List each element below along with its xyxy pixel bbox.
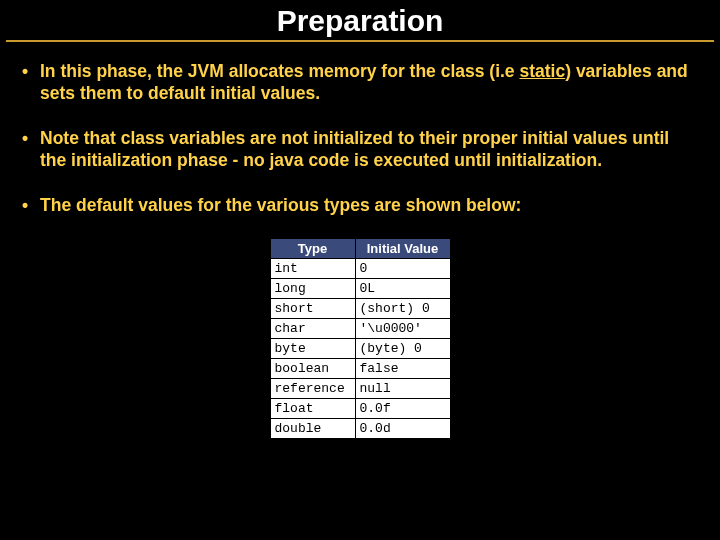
table-header-value: Initial Value bbox=[355, 238, 450, 258]
slide: Preparation In this phase, the JVM alloc… bbox=[0, 0, 720, 540]
table-row: int0 bbox=[270, 258, 450, 278]
bullet-item: In this phase, the JVM allocates memory … bbox=[22, 60, 698, 105]
cell-value: (byte) 0 bbox=[355, 338, 450, 358]
slide-title: Preparation bbox=[273, 4, 448, 40]
table-row: float0.0f bbox=[270, 398, 450, 418]
bullet-item: Note that class variables are not initia… bbox=[22, 127, 698, 172]
cell-value: 0.0d bbox=[355, 418, 450, 438]
table-row: byte(byte) 0 bbox=[270, 338, 450, 358]
cell-type: boolean bbox=[270, 358, 355, 378]
table-row: booleanfalse bbox=[270, 358, 450, 378]
table-row: char'\u0000' bbox=[270, 318, 450, 338]
bullet-list: In this phase, the JVM allocates memory … bbox=[0, 60, 720, 216]
table-row: referencenull bbox=[270, 378, 450, 398]
table-header-type: Type bbox=[270, 238, 355, 258]
default-values-table: Type Initial Value int0 long0L short(sho… bbox=[270, 238, 451, 439]
cell-type: float bbox=[270, 398, 355, 418]
cell-value: 0.0f bbox=[355, 398, 450, 418]
cell-type: byte bbox=[270, 338, 355, 358]
table-container: Type Initial Value int0 long0L short(sho… bbox=[0, 238, 720, 439]
bullet-text: Note that class variables are not initia… bbox=[40, 128, 669, 170]
cell-value: (short) 0 bbox=[355, 298, 450, 318]
table-row: long0L bbox=[270, 278, 450, 298]
bullet-text-underline: static bbox=[519, 61, 565, 81]
title-underline bbox=[6, 40, 714, 42]
cell-type: long bbox=[270, 278, 355, 298]
table-row: double0.0d bbox=[270, 418, 450, 438]
cell-value: 0 bbox=[355, 258, 450, 278]
bullet-text-pre: In this phase, the JVM allocates memory … bbox=[40, 61, 519, 81]
cell-value: null bbox=[355, 378, 450, 398]
cell-type: char bbox=[270, 318, 355, 338]
cell-value: 0L bbox=[355, 278, 450, 298]
title-area: Preparation bbox=[0, 0, 720, 42]
cell-type: double bbox=[270, 418, 355, 438]
cell-value: '\u0000' bbox=[355, 318, 450, 338]
bullet-item: The default values for the various types… bbox=[22, 194, 698, 216]
cell-type: reference bbox=[270, 378, 355, 398]
table-header-row: Type Initial Value bbox=[270, 238, 450, 258]
cell-type: int bbox=[270, 258, 355, 278]
table-row: short(short) 0 bbox=[270, 298, 450, 318]
cell-type: short bbox=[270, 298, 355, 318]
cell-value: false bbox=[355, 358, 450, 378]
bullet-text: The default values for the various types… bbox=[40, 195, 521, 215]
